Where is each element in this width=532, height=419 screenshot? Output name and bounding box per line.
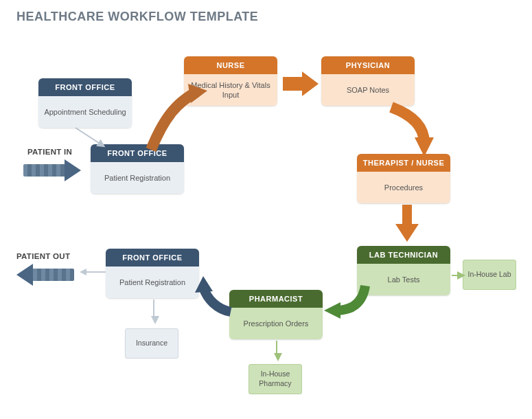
node-header: PHARMACIST xyxy=(229,290,323,308)
node-front-office-registration-out: FRONT OFFICE Patient Registration xyxy=(106,249,199,298)
node-header: THERAPIST / NURSE xyxy=(357,154,450,172)
node-body: Lab Tests xyxy=(357,264,450,295)
node-header: FRONT OFFICE xyxy=(38,78,132,96)
arrow-physician-to-therapist xyxy=(384,107,439,159)
arrow-patient-out xyxy=(16,264,74,286)
tag-inhouse-lab: In-House Lab xyxy=(463,260,516,290)
node-header: NURSE xyxy=(184,56,277,74)
node-body: Patient Registration xyxy=(91,162,184,194)
tag-insurance: Insurance xyxy=(125,328,178,359)
page-title: HEALTHCARE WORKFLOW TEMPLATE xyxy=(16,10,258,24)
label-patient-in: PATIENT IN xyxy=(27,148,72,156)
node-header: FRONT OFFICE xyxy=(91,144,184,162)
node-header: LAB TECHNICIAN xyxy=(357,246,450,264)
arrow-therapist-to-lab xyxy=(395,205,419,243)
arrow-nurse-to-physician xyxy=(283,71,320,96)
arrow-frontoffice-to-insurance xyxy=(150,299,158,327)
node-body: Appointment Scheduling xyxy=(38,96,132,128)
node-header: PHYSICIAN xyxy=(321,56,415,74)
node-therapist-nurse: THERAPIST / NURSE Procedures xyxy=(357,154,450,203)
node-body: Procedures xyxy=(357,172,450,203)
node-pharmacist: PHARMACIST Prescription Orders xyxy=(229,290,323,339)
node-body: Prescription Orders xyxy=(229,308,323,339)
arrow-patient-in xyxy=(23,159,81,181)
arrow-frontoffice-to-out xyxy=(78,268,106,276)
node-lab-technician: LAB TECHNICIAN Lab Tests xyxy=(357,246,450,295)
arrow-pharm-to-inhouse xyxy=(272,341,281,364)
node-body: Patient Registration xyxy=(106,267,199,298)
tag-inhouse-pharmacy: In-House Pharmacy xyxy=(248,364,302,394)
node-body: SOAP Notes xyxy=(321,74,415,106)
node-physician: PHYSICIAN SOAP Notes xyxy=(321,56,415,106)
node-header: FRONT OFFICE xyxy=(106,249,199,267)
node-front-office-registration: FRONT OFFICE Patient Registration xyxy=(91,144,184,194)
node-body: Medical History & Vitals Input xyxy=(184,74,277,106)
node-nurse: NURSE Medical History & Vitals Input xyxy=(184,56,277,106)
node-front-office-scheduling: FRONT OFFICE Appointment Scheduling xyxy=(38,78,132,128)
label-patient-out: PATIENT OUT xyxy=(16,252,70,260)
